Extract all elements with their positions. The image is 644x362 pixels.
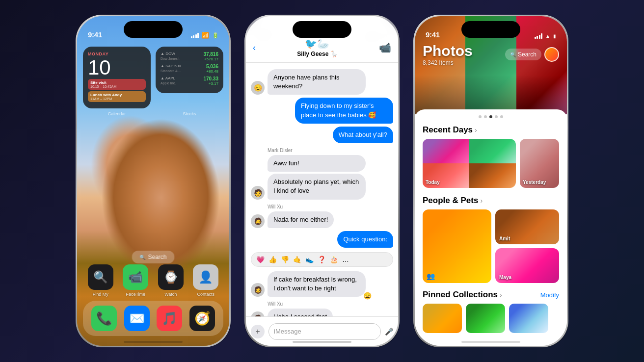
- msg-bubble-8: If cake for breakfast is wrong, I don't …: [268, 271, 366, 297]
- message-6: 🧔 Nada for me either!: [246, 210, 398, 230]
- stock-full-aapl: Apple Inc.: [161, 81, 176, 86]
- stock-price-sp: 5,036: [206, 64, 218, 69]
- tapback-heart[interactable]: 💗: [256, 256, 265, 263]
- status-icons-3: ▲ ▮: [535, 33, 556, 39]
- msg-avatar-will-3: 🧔: [251, 311, 265, 316]
- cal-event-1: Site visit 10:15 – 10:45AM: [88, 79, 146, 90]
- person-maya-card[interactable]: Maya: [495, 248, 559, 283]
- dock-music[interactable]: 🎵: [157, 306, 182, 331]
- dock-phone[interactable]: 📞: [91, 306, 117, 331]
- message-mic-icon[interactable]: 🎤: [385, 328, 393, 336]
- stock-price-dow: 37,816: [203, 52, 218, 57]
- photos-search-button[interactable]: 🔍 Search: [505, 49, 541, 60]
- message-3: What about y'all?: [246, 125, 398, 145]
- people-pets-title-row: People & Pets ›: [423, 196, 483, 206]
- people-pets-title: People & Pets: [423, 196, 478, 206]
- facetime-icon: 📹: [123, 264, 148, 290]
- photos-search-label: Search: [518, 51, 537, 58]
- tapback-question[interactable]: ❓: [318, 256, 326, 263]
- today-card[interactable]: Today: [423, 139, 516, 188]
- stock-change-aapl: +3.17: [209, 81, 218, 86]
- tapback-thumbsup[interactable]: 👍: [268, 256, 277, 263]
- pinned-card-1[interactable]: [423, 304, 462, 333]
- signal-icon-1: [191, 32, 199, 38]
- contacts-label: Contacts: [197, 292, 215, 297]
- pinned-card-3[interactable]: [509, 304, 548, 333]
- dock-mail[interactable]: ✉️: [124, 306, 150, 331]
- recent-days-grid: Today Yesterday: [415, 139, 567, 188]
- recent-days-title: Recent Days: [423, 125, 473, 135]
- stocks-widget[interactable]: ▲ DOW 37,816 Dow Jones I. +570.17: [156, 47, 223, 93]
- video-call-button[interactable]: 📹: [379, 42, 391, 53]
- pinned-modify-button[interactable]: Modify: [540, 291, 559, 299]
- dot-1[interactable]: [479, 115, 482, 118]
- hero-gradient: [415, 75, 567, 114]
- msg-avatar-will-2: 🧔: [251, 283, 265, 297]
- recent-days-chevron: ›: [475, 126, 477, 134]
- back-button[interactable]: ‹: [253, 43, 256, 53]
- tapback-thumbsdown[interactable]: 👎: [281, 256, 289, 263]
- dot-4[interactable]: [495, 115, 498, 118]
- home-indicator-3: [461, 341, 520, 343]
- yesterday-label: Yesterday: [523, 180, 546, 185]
- sender-name-mark: Mark Disler: [246, 145, 398, 154]
- today-photo-2: [469, 139, 516, 163]
- stock-item-sp: ▲ S&P 500 5,036 Standard &... +80.48: [161, 64, 218, 74]
- message-7: Quick question:: [246, 230, 398, 249]
- stock-change-dow: +570.17: [204, 57, 218, 61]
- app-contacts[interactable]: 👤 Contacts: [193, 264, 218, 297]
- today-label: Today: [426, 180, 440, 185]
- search-text-home: Search: [148, 254, 166, 260]
- msg-bubble-5: Absolutely no plans yet, which I kind of…: [268, 174, 366, 199]
- home-indicator-2: [293, 341, 351, 343]
- featured-person-card[interactable]: 👥: [423, 209, 491, 283]
- msg-bubble-9: Haha I second that: [268, 309, 333, 316]
- msg-bubble-4: Aww fun!: [268, 155, 366, 172]
- search-bar-home[interactable]: 🔍 Search: [132, 251, 174, 263]
- pinned-card-2[interactable]: [466, 304, 505, 333]
- yesterday-card[interactable]: Yesterday: [520, 139, 559, 188]
- cal-date: 10: [88, 57, 146, 78]
- msg-bubble-6: Nada for me either!: [268, 211, 334, 228]
- phone2-messages: 9:41 ▲ ▮: [244, 15, 400, 347]
- people-pets-header: People & Pets ›: [415, 196, 567, 206]
- stock-name-aapl: ▲ AAPL: [161, 76, 175, 81]
- tapback-more[interactable]: …: [342, 256, 349, 263]
- pinned-collections-header: Pinned Collections › Modify: [415, 290, 567, 300]
- stock-name-sp: ▲ S&P 500: [161, 64, 181, 69]
- dock-compass[interactable]: 🧭: [189, 306, 215, 331]
- maya-name: Maya: [499, 275, 511, 280]
- msg-bubble-7: Quick question:: [337, 231, 393, 248]
- message-input-field[interactable]: iMessage: [268, 323, 381, 340]
- photos-title-area: Photos 8,342 Items: [423, 43, 473, 66]
- watch-label: Watch: [164, 292, 177, 297]
- recent-days-header: Recent Days ›: [415, 125, 567, 135]
- sender-name-will-2: Will Xu: [246, 298, 398, 307]
- pinned-title-row: Pinned Collections ›: [423, 290, 502, 300]
- app-find-my[interactable]: 🔍 Find My: [88, 264, 113, 297]
- find-my-icon: 🔍: [88, 264, 113, 290]
- today-photo-4: [469, 163, 516, 188]
- people-small-stack: Amit Maya: [495, 209, 559, 283]
- dot-5[interactable]: [500, 115, 503, 118]
- app-watch[interactable]: ⌚ Watch: [158, 264, 184, 297]
- calendar-widget[interactable]: MONDAY 10 Site visit 10:15 – 10:45AM Lun…: [83, 47, 151, 108]
- message-plus-button[interactable]: +: [251, 325, 265, 338]
- person-amit-card[interactable]: Amit: [495, 209, 559, 244]
- photos-user-avatar[interactable]: [544, 47, 559, 62]
- dot-2[interactable]: [484, 115, 487, 118]
- messages-center-header: 🐦🦢 Silly Geese 🪿: [297, 38, 337, 57]
- stock-change-sp: +80.48: [206, 69, 218, 74]
- tapback-bar[interactable]: 💗 👍 👎 🤙 👟 ❓ 🎂 …: [251, 252, 393, 267]
- app-facetime[interactable]: 📹 FaceTime: [123, 264, 148, 297]
- group-name: Silly Geese 🪿: [297, 51, 337, 57]
- photos-count: 8,342 Items: [423, 59, 473, 66]
- tapback-cake[interactable]: 🎂: [330, 256, 338, 263]
- tapback-haha[interactable]: 🤙: [293, 256, 301, 263]
- calendar-widget-wrapper: MONDAY 10 Site visit 10:15 – 10:45AM Lun…: [83, 47, 151, 108]
- msg-avatar-mark: 🧑: [251, 186, 265, 200]
- photos-header: Photos 8,342 Items 🔍 Search: [415, 43, 567, 66]
- dot-3[interactable]: [489, 115, 492, 118]
- tapback-exclaim[interactable]: 👟: [305, 256, 314, 263]
- signal-icon-3: [535, 33, 543, 39]
